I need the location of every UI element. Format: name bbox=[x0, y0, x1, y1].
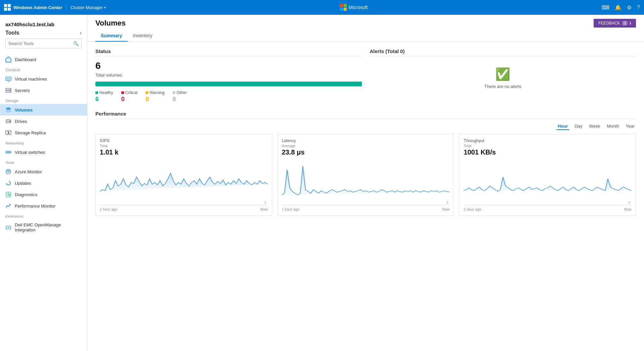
throughput-time-start: 1 hour ago bbox=[464, 207, 481, 211]
no-alerts-text: There are no alerts bbox=[484, 84, 521, 89]
volumes-label: Volumes bbox=[15, 107, 33, 113]
warning-label: Warning bbox=[145, 90, 164, 95]
sidebar-item-virtual-machines[interactable]: Virtual machines bbox=[0, 73, 87, 85]
latency-sublabel: Average bbox=[282, 144, 450, 148]
topbar-actions: ⌨ 🔔 ⚙ ? bbox=[602, 4, 640, 11]
sidebar-item-azure-monitor[interactable]: Azure Monitor bbox=[0, 166, 87, 177]
iops-value: 1.01 k bbox=[100, 148, 268, 156]
virtual-switches-label: Virtual switches bbox=[15, 150, 45, 155]
sidebar-item-performance-monitor[interactable]: Performance Monitor bbox=[0, 200, 87, 212]
latency-time-labels: 1 hour ago Now bbox=[282, 207, 450, 211]
other-label: Other bbox=[173, 90, 187, 95]
time-filter-week[interactable]: Week bbox=[588, 123, 602, 130]
search-icon: 🔍 bbox=[71, 39, 81, 48]
help-icon[interactable]: ? bbox=[637, 4, 640, 10]
other-dot bbox=[173, 91, 175, 94]
status-other: Other 0 bbox=[173, 90, 187, 103]
throughput-zero: 0 bbox=[628, 201, 630, 205]
topbar-center: Microsoft bbox=[106, 4, 602, 11]
iops-sublabel: Total bbox=[100, 144, 268, 148]
updates-label: Updates bbox=[15, 181, 31, 186]
throughput-sublabel: Total bbox=[464, 144, 632, 148]
chart-latency: Latency Average 23.8 μs bbox=[277, 134, 454, 216]
latency-chart-area: 0 bbox=[282, 159, 450, 206]
svg-point-22 bbox=[8, 171, 9, 172]
drives-icon bbox=[5, 118, 11, 124]
iops-time-labels: 1 hour ago Now bbox=[100, 207, 268, 211]
performance-header: Performance bbox=[95, 111, 636, 119]
chart-iops: IOPS Total 1.01 k bbox=[95, 134, 272, 216]
search-input[interactable] bbox=[6, 39, 71, 48]
critical-count: 0 bbox=[121, 96, 138, 103]
latency-value: 23.8 μs bbox=[282, 148, 450, 156]
cluster-manager-selector[interactable]: Cluster Manager ▾ bbox=[71, 5, 106, 10]
bell-icon[interactable]: 🔔 bbox=[615, 4, 621, 11]
warning-count: 0 bbox=[145, 96, 164, 103]
svg-rect-15 bbox=[6, 131, 8, 135]
feedback-button[interactable]: FEEDBACK 0 ℹ bbox=[594, 19, 636, 28]
terminal-icon[interactable]: ⌨ bbox=[602, 4, 609, 11]
time-filter-day[interactable]: Day bbox=[573, 123, 584, 130]
throughput-value: 1001 KB/s bbox=[464, 148, 632, 156]
sidebar-item-volumes[interactable]: Volumes bbox=[0, 104, 87, 116]
updates-icon bbox=[5, 180, 11, 186]
sidebar-header: ax740hsclu1.test.lab Tools ‹ 🔍 bbox=[0, 15, 87, 54]
storage-replica-label: Storage Replica bbox=[15, 130, 46, 135]
svg-rect-0 bbox=[4, 4, 7, 7]
sidebar-item-drives[interactable]: Drives bbox=[0, 116, 87, 127]
hostname: ax740hsclu1.test.lab bbox=[5, 19, 82, 29]
latency-time-start: 1 hour ago bbox=[282, 207, 300, 211]
sidebar-item-dell-openmanage[interactable]: Dell EMC OpenManage Integration bbox=[0, 220, 87, 235]
critical-dot bbox=[121, 91, 124, 94]
tab-inventory[interactable]: Inventory bbox=[128, 30, 158, 42]
throughput-chart-area: 0 bbox=[464, 159, 632, 206]
servers-label: Servers bbox=[15, 88, 30, 93]
sidebar-item-storage-replica[interactable]: Storage Replica bbox=[0, 127, 87, 138]
other-count: 0 bbox=[173, 96, 187, 103]
sidebar-item-dashboard[interactable]: Dashboard bbox=[0, 54, 87, 65]
sidebar-item-updates[interactable]: Updates bbox=[0, 177, 87, 189]
status-bar-fill bbox=[95, 82, 362, 86]
time-filter-bar: Hour Day Week Month Year bbox=[95, 123, 636, 130]
healthy-count: 6 bbox=[95, 96, 113, 103]
status-warning: Warning 0 bbox=[145, 90, 164, 103]
iops-zero: 0 bbox=[264, 201, 266, 205]
status-title: Status bbox=[95, 48, 362, 56]
sidebar-tools-header: Tools ‹ bbox=[5, 29, 82, 39]
performance-title: Performance bbox=[95, 111, 126, 119]
sidebar-item-servers[interactable]: Servers bbox=[0, 85, 87, 96]
diagnostics-label: Diagnostics bbox=[15, 192, 37, 197]
iops-chart-area: 0 bbox=[100, 159, 268, 206]
dell-label: Dell EMC OpenManage Integration bbox=[15, 222, 82, 232]
performance-section: Performance Hour Day Week Month Year IOP… bbox=[95, 111, 636, 216]
dell-icon bbox=[5, 224, 11, 230]
healthy-label: Healthy bbox=[95, 90, 113, 95]
svg-point-18 bbox=[7, 152, 8, 153]
group-label-networking: Networking bbox=[0, 138, 87, 146]
sidebar-collapse-button[interactable]: ‹ bbox=[80, 30, 82, 36]
time-filter-hour[interactable]: Hour bbox=[556, 123, 569, 130]
microsoft-label: Microsoft bbox=[349, 5, 368, 10]
group-label-storage: Storage bbox=[0, 96, 87, 104]
sidebar-item-diagnostics[interactable]: Diagnostics bbox=[0, 189, 87, 200]
latency-title: Latency bbox=[282, 138, 450, 143]
brand-label: Windows Admin Center bbox=[13, 5, 62, 10]
feedback-count: 0 bbox=[622, 21, 628, 26]
time-filter-month[interactable]: Month bbox=[606, 123, 620, 130]
sidebar-item-virtual-switches[interactable]: Virtual switches bbox=[0, 146, 87, 158]
brand-section: Windows Admin Center bbox=[4, 4, 67, 11]
latency-time-end: Now bbox=[442, 207, 449, 211]
critical-label: Critical bbox=[121, 90, 138, 95]
performance-charts: IOPS Total 1.01 k bbox=[95, 134, 636, 216]
switch-icon bbox=[5, 149, 11, 155]
status-counts: Healthy 6 Critical 0 bbox=[95, 90, 362, 103]
status-healthy: Healthy 6 bbox=[95, 90, 113, 103]
time-filter-year[interactable]: Year bbox=[625, 123, 636, 130]
gear-icon[interactable]: ⚙ bbox=[627, 4, 632, 11]
diag-icon bbox=[5, 191, 11, 198]
tab-summary[interactable]: Summary bbox=[95, 30, 128, 42]
iops-time-start: 1 hour ago bbox=[100, 207, 118, 211]
status-alerts-row: Status 6 Total volumes Healthy 6 bbox=[95, 48, 636, 103]
vm-icon bbox=[5, 76, 11, 82]
tools-label: Tools bbox=[5, 30, 19, 36]
